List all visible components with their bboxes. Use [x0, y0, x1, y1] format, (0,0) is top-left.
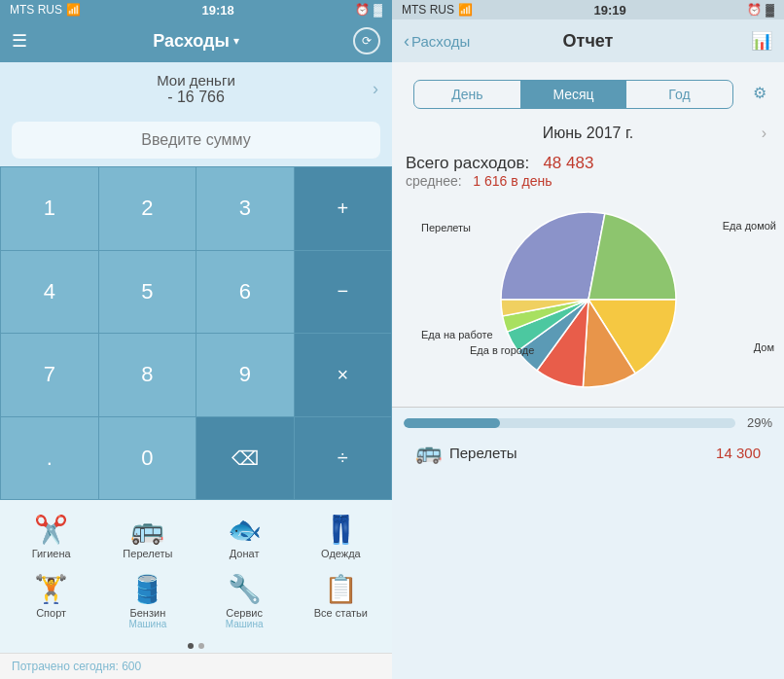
list-item-icon: 🚌: [415, 440, 442, 465]
category-item-4[interactable]: 🏋️Спорт: [4, 567, 98, 635]
categories-section: ✂️Гигиена🚌Перелеты🐟Донат👖Одежда🏋️Спорт🛢️…: [0, 500, 392, 639]
category-label-4: Спорт: [36, 607, 66, 619]
right-panel: MTS RUS 📶 19:19 ⏰ ▓ ‹ Расходы Отчет 📊 Де…: [392, 0, 784, 679]
category-item-1[interactable]: 🚌Перелеты: [100, 508, 195, 565]
money-label: Мои деньги: [157, 72, 235, 89]
numpad-btn-4[interactable]: 4: [1, 251, 98, 334]
progress-section: 29% 🚌 Перелеты 14 300: [392, 407, 784, 679]
month-chevron-icon[interactable]: ›: [762, 125, 766, 142]
category-icon-2: 🐟: [228, 514, 262, 546]
numpad-btn-2[interactable]: 2: [99, 167, 196, 250]
avg-label: среднее:: [406, 173, 462, 189]
menu-icon[interactable]: ☰: [12, 30, 27, 52]
pie-label-flights: Перелеты: [421, 222, 471, 233]
alarm-icon: ⏰: [355, 3, 370, 17]
category-icon-6: 🔧: [228, 573, 262, 605]
category-label-7: Все статьи: [314, 607, 368, 619]
pie-chart: [491, 202, 686, 397]
category-icon-3: 👖: [324, 514, 358, 546]
battery-icon: ▓: [374, 3, 382, 17]
numpad-btn-1[interactable]: 1: [1, 167, 98, 250]
category-label-0: Гигиена: [32, 548, 71, 559]
numpad-btn-0[interactable]: 0: [99, 417, 196, 500]
segment-row: ДеньМесяцГод ⚙: [402, 70, 774, 115]
pie-chart-container: Перелеты Еда домой Дом Еда на работе Еда…: [392, 193, 784, 407]
month-nav: Июнь 2017 г. ›: [392, 119, 784, 148]
numpad: 123+456−789×.0⌫÷: [0, 166, 392, 500]
back-button[interactable]: ‹ Расходы: [404, 31, 470, 52]
spent-today-bar: Потрачено сегодня: 600: [0, 653, 392, 679]
page-dots: [0, 639, 392, 653]
segment-btn-день[interactable]: День: [414, 81, 520, 108]
segment-btn-месяц[interactable]: Месяц: [520, 81, 626, 108]
category-icon-5: 🛢️: [130, 573, 164, 605]
numpad-btn-x[interactable]: .: [1, 417, 98, 500]
list-item[interactable]: 🚌 Перелеты 14 300: [404, 434, 772, 471]
timer-icon[interactable]: ⟳: [353, 27, 380, 54]
carrier-left: MTS RUS: [10, 3, 62, 17]
category-item-7[interactable]: 📋Все статьи: [294, 567, 388, 635]
numpad-btn-7[interactable]: 7: [1, 334, 98, 416]
progress-bar-track: [404, 418, 735, 428]
category-icon-0: ✂️: [34, 514, 68, 546]
progress-bar-fill: [404, 418, 500, 428]
category-item-3[interactable]: 👖Одежда: [294, 508, 388, 565]
right-wifi-icon: 📶: [458, 3, 473, 17]
money-chevron-icon: ›: [373, 79, 378, 99]
chart-icon[interactable]: 📊: [751, 30, 772, 52]
numpad-btn-6[interactable]: 6: [196, 251, 294, 334]
pie-label-food-home: Еда домой: [723, 220, 776, 232]
settings-gear-icon[interactable]: ⚙: [745, 78, 774, 108]
segment-control: ДеньМесяцГод: [413, 80, 733, 109]
amount-input[interactable]: [12, 122, 380, 159]
numpad-btn-8[interactable]: 8: [99, 334, 196, 416]
spent-today-text: Потрачено сегодня: 600: [12, 660, 141, 673]
avg-value: 1 616 в день: [473, 173, 552, 189]
status-bar-left: MTS RUS 📶: [10, 3, 81, 17]
left-nav-bar: ☰ Расходы ▾ ⟳: [0, 19, 392, 62]
right-carrier: MTS RUS: [402, 3, 454, 17]
left-status-bar: MTS RUS 📶 19:18 ⏰ ▓: [0, 0, 392, 19]
category-label-6: Сервис: [226, 607, 263, 619]
month-text: Июнь 2017 г.: [543, 125, 633, 142]
total-label: Всего расходов:: [406, 154, 529, 172]
right-alarm-icon: ⏰: [747, 3, 762, 17]
right-time: 19:19: [594, 3, 626, 18]
right-status-bar-right: ⏰ ▓: [747, 3, 774, 17]
title-dropdown-icon[interactable]: ▾: [233, 34, 239, 48]
category-label-2: Донат: [230, 548, 260, 559]
category-item-2[interactable]: 🐟Донат: [197, 508, 292, 565]
category-item-6[interactable]: 🔧СервисМашина: [197, 567, 292, 635]
numpad-btn-x[interactable]: −: [295, 251, 392, 334]
numpad-btn-x[interactable]: ÷: [295, 417, 392, 500]
progress-row: 29%: [404, 415, 772, 430]
progress-percent: 29%: [741, 415, 772, 430]
numpad-btn-x[interactable]: +: [295, 167, 392, 250]
right-page-title: Отчет: [563, 31, 614, 52]
numpad-btn-5[interactable]: 5: [99, 251, 196, 334]
money-section[interactable]: Мои деньги - 16 766 ›: [0, 62, 392, 116]
pie-slice-Перелеты[interactable]: [501, 212, 605, 300]
category-item-5[interactable]: 🛢️БензинМашина: [100, 567, 195, 635]
page-dot-1: [188, 643, 194, 649]
segment-btn-год[interactable]: Год: [626, 81, 732, 108]
category-item-0[interactable]: ✂️Гигиена: [4, 508, 98, 565]
pie-label-house: Дом: [754, 341, 774, 353]
numpad-btn-9[interactable]: 9: [196, 334, 294, 416]
numpad-btn-3[interactable]: 3: [196, 167, 294, 250]
total-expenses-line: Всего расходов: 48 483: [406, 154, 770, 173]
category-sublabel-5: Машина: [129, 619, 167, 629]
total-amount: 48 483: [543, 154, 593, 172]
page-title: Расходы: [153, 31, 230, 52]
right-status-bar: MTS RUS 📶 19:19 ⏰ ▓: [392, 0, 784, 19]
back-chevron-icon: ‹: [404, 31, 410, 52]
category-label-1: Перелеты: [123, 548, 172, 559]
numpad-btn-x[interactable]: ×: [295, 334, 392, 416]
page-dot-2: [198, 643, 204, 649]
wifi-icon: 📶: [66, 3, 81, 17]
category-label-3: Одежда: [321, 548, 361, 559]
money-amount: - 16 766: [157, 89, 235, 106]
category-sublabel-6: Машина: [226, 619, 264, 629]
numpad-btn-x[interactable]: ⌫: [196, 417, 294, 500]
category-label-5: Бензин: [130, 607, 166, 619]
